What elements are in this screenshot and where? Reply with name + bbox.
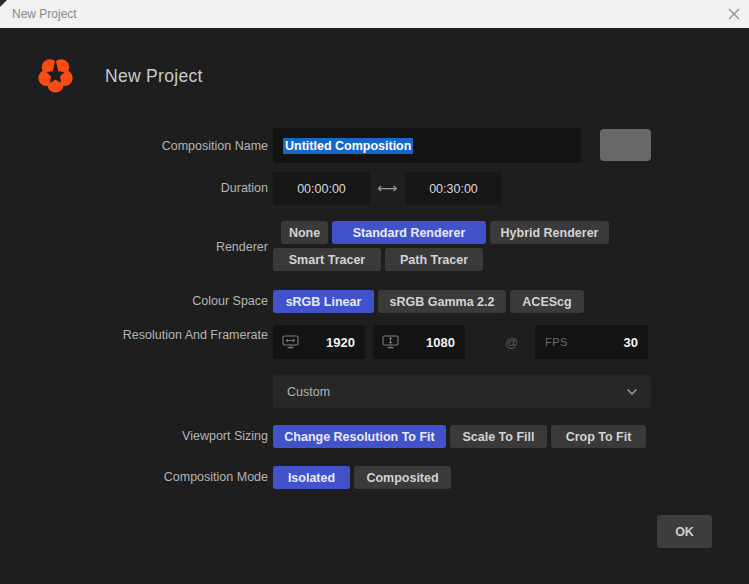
width-icon (282, 335, 299, 349)
fps-input[interactable]: FPS 30 (535, 325, 648, 359)
resolution-preset-dropdown[interactable]: Custom (273, 375, 651, 408)
composition-name-value: Untitled Composition (283, 138, 413, 154)
close-icon (728, 8, 740, 20)
window-corner-mark (0, 0, 7, 7)
resolution-width-input[interactable]: 1920 (273, 325, 365, 359)
colour-space-option-acescg[interactable]: ACEScg (510, 290, 584, 313)
viewport-sizing-label: Viewport Sizing (20, 429, 268, 444)
composition-mode-option-isolated[interactable]: Isolated (273, 466, 350, 489)
colour-space-label: Colour Space (20, 294, 268, 309)
window-title: New Project (12, 7, 719, 21)
colour-space-option-srgb-gamma[interactable]: sRGB Gamma 2.2 (378, 290, 506, 313)
renderer-label: Renderer (20, 240, 268, 255)
resolution-width-value: 1920 (326, 335, 355, 350)
composition-name-label: Composition Name (20, 139, 268, 154)
renderer-option-hybrid-renderer[interactable]: Hybrid Renderer (490, 221, 609, 244)
resolution-height-input[interactable]: 1080 (373, 325, 465, 359)
renderer-option-path-tracer[interactable]: Path Tracer (385, 248, 483, 271)
at-symbol: @ (505, 335, 518, 350)
duration-end-input[interactable]: 00:30:00 (405, 172, 502, 205)
resolution-preset-value: Custom (287, 385, 626, 399)
close-button[interactable] (719, 0, 749, 28)
duration-start-value: 00:00:00 (297, 182, 346, 196)
composition-color-swatch[interactable] (600, 129, 651, 161)
resolution-height-value: 1080 (426, 335, 455, 350)
height-icon (382, 335, 399, 349)
composition-mode-label: Composition Mode (20, 470, 268, 485)
titlebar[interactable]: New Project (0, 0, 749, 28)
resolution-framerate-label: Resolution And Framerate (20, 328, 268, 342)
duration-range-arrow: ⟷ (377, 180, 397, 196)
new-project-dialog: New Project New Project Composition Name… (0, 0, 749, 584)
app-logo-icon (36, 55, 75, 95)
viewport-option-change-resolution[interactable]: Change Resolution To Fit (273, 425, 446, 448)
page-title: New Project (105, 66, 203, 87)
chevron-down-icon (626, 388, 638, 396)
duration-end-value: 00:30:00 (429, 182, 478, 196)
renderer-option-smart-tracer[interactable]: Smart Tracer (273, 248, 381, 271)
viewport-option-scale-to-fill[interactable]: Scale To Fill (450, 425, 547, 448)
colour-space-option-srgb-linear[interactable]: sRGB Linear (273, 290, 374, 313)
composition-name-input[interactable]: Untitled Composition (273, 128, 581, 163)
viewport-option-crop-to-fit[interactable]: Crop To Fit (551, 425, 646, 448)
fps-value: 30 (624, 335, 638, 350)
composition-mode-option-composited[interactable]: Composited (354, 466, 451, 489)
renderer-option-standard-renderer[interactable]: Standard Renderer (332, 221, 486, 244)
duration-start-input[interactable]: 00:00:00 (273, 172, 370, 205)
renderer-option-none[interactable]: None (281, 221, 328, 244)
fps-tag: FPS (545, 336, 568, 348)
duration-label: Duration (20, 181, 268, 196)
ok-button[interactable]: OK (657, 515, 712, 548)
